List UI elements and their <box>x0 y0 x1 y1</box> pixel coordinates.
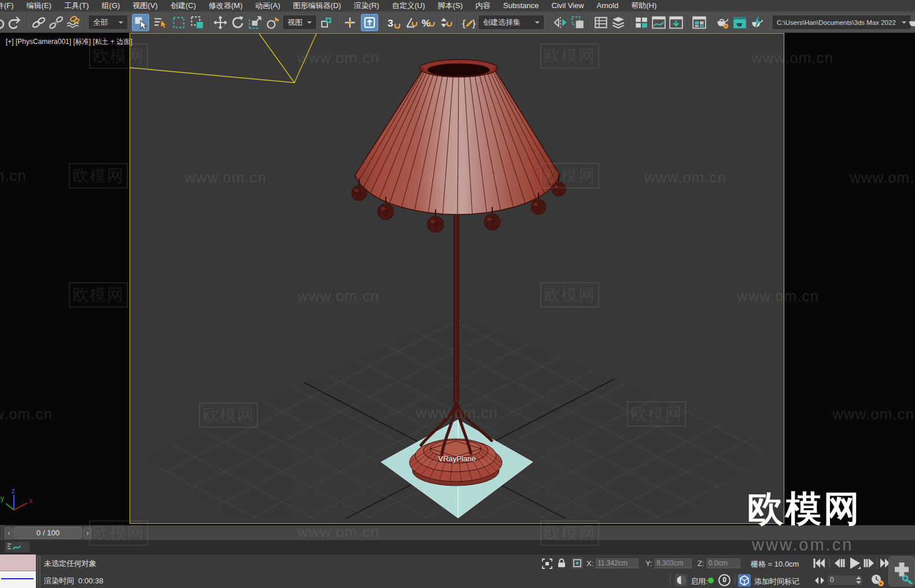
toolbar-separator <box>629 16 630 29</box>
snap-percent-icon[interactable]: % <box>421 15 436 30</box>
select-rotate-icon[interactable] <box>230 15 245 30</box>
select-link-icon[interactable] <box>31 15 46 30</box>
undo-icon[interactable] <box>0 15 6 30</box>
viewport-label[interactable]: [+] [PhysCamera001] [标准] [粘土 + 边面] <box>6 37 132 47</box>
layer-explorer-icon[interactable] <box>611 15 626 30</box>
shade-rim <box>420 60 497 77</box>
menu-edit[interactable]: 编辑(E) <box>20 0 58 12</box>
use-pivot-icon[interactable] <box>319 15 334 30</box>
snap-spinner-icon[interactable] <box>438 15 453 30</box>
menu-arnold[interactable]: Arnold <box>591 0 625 12</box>
mirror-icon[interactable] <box>553 15 568 30</box>
material-editor-icon[interactable] <box>692 15 707 30</box>
snap-3d-icon[interactable]: 3 <box>386 15 401 30</box>
select-object-button[interactable] <box>132 14 149 31</box>
listener-splitter[interactable] <box>37 556 40 587</box>
select-manipulate-icon[interactable] <box>342 15 357 30</box>
rect-region-icon[interactable] <box>171 15 186 30</box>
toolbar-separator <box>710 16 711 29</box>
site-url: www.om.cn <box>752 535 853 554</box>
ribbon-icon[interactable] <box>634 15 649 30</box>
menu-help[interactable]: 帮助(H) <box>625 0 663 12</box>
time-slider-next-button[interactable]: › <box>83 527 92 539</box>
selection-filter-dropdown[interactable]: 全部 <box>89 16 127 29</box>
play-button[interactable] <box>847 556 862 571</box>
goto-start-button[interactable] <box>812 557 826 569</box>
schematic-view-icon[interactable] <box>669 15 684 30</box>
teapot-partial-icon[interactable] <box>908 15 915 30</box>
window-crossing-icon[interactable] <box>190 15 205 30</box>
snap-angle-icon[interactable] <box>404 15 419 30</box>
select-place-icon[interactable] <box>265 15 280 30</box>
rendered-frame-icon[interactable] <box>732 15 747 30</box>
bind-spacewarp-icon[interactable] <box>66 15 81 30</box>
zero-button[interactable]: 0 <box>718 574 730 586</box>
axis-tripod: z x y <box>1 487 32 510</box>
kbd-override-button[interactable] <box>361 14 378 31</box>
redo-icon[interactable] <box>7 15 22 30</box>
svg-text:x: x <box>29 497 32 505</box>
mini-curve-editor-button[interactable] <box>5 541 30 553</box>
menu-civil-view[interactable]: Civil View <box>545 0 591 12</box>
vrayplane-label: VRayPlane <box>438 454 475 463</box>
frame-spinner-field[interactable]: 0 <box>827 575 863 586</box>
toolbar-separator <box>768 16 769 29</box>
menu-bar: 文件(F)编辑(E)工具(T)组(G)视图(V)创建(C)修改器(M)动画(A)… <box>0 0 915 12</box>
render-setup-icon[interactable] <box>715 15 730 30</box>
time-slider-prev-button[interactable]: ‹ <box>5 527 13 539</box>
menu-tools[interactable]: 工具(T) <box>58 0 95 12</box>
viewport[interactable]: z x y [+] [PhysCamera001] [标准] [粘土 + 边面]… <box>0 33 915 525</box>
menu-content[interactable]: 内容 <box>469 0 497 12</box>
grid-size-label: 栅格 = 10.0cm <box>751 559 799 569</box>
align-icon[interactable] <box>570 15 585 30</box>
status-selection: 未选定任何对象 <box>44 559 97 569</box>
nudge-arrows-icon[interactable] <box>814 576 825 585</box>
render-production-icon[interactable] <box>750 15 765 30</box>
select-move-icon[interactable] <box>213 15 228 30</box>
next-frame-button[interactable] <box>863 557 876 569</box>
toolbar-separator <box>208 16 209 29</box>
lock-selection-icon[interactable] <box>556 557 567 569</box>
select-by-name-icon[interactable] <box>153 15 168 30</box>
z-coordinate-field[interactable]: 0.0cm <box>706 557 741 568</box>
y-coordinate-field[interactable]: 8.303cm <box>654 557 693 568</box>
toolbar-separator <box>27 16 28 29</box>
project-path-dropdown[interactable]: C:\Users\Han\Documents\3ds Max 2022 <box>773 16 910 29</box>
menu-graph-editors[interactable]: 图形编辑器(D) <box>287 0 348 12</box>
menu-animation[interactable]: 动画(A) <box>249 0 286 12</box>
svg-text:}: } <box>472 17 475 29</box>
menu-rendering[interactable]: 渲染(R) <box>348 0 386 12</box>
time-slider-handle[interactable]: 0 / 100 <box>14 527 82 539</box>
menu-scripting[interactable]: 脚本(S) <box>431 0 469 12</box>
absolute-mode-toggle[interactable] <box>571 557 584 569</box>
maxscript-listener[interactable] <box>0 571 36 588</box>
select-scale-icon[interactable] <box>248 15 263 30</box>
unlink-icon[interactable] <box>49 15 64 30</box>
menu-substance[interactable]: Substance <box>497 0 545 12</box>
svg-text:z: z <box>12 487 15 495</box>
time-config-icon[interactable] <box>870 574 885 587</box>
macro-recorder[interactable] <box>0 554 36 571</box>
menu-views[interactable]: 视图(V) <box>126 0 164 12</box>
menu-file[interactable]: 文件(F) <box>0 0 20 12</box>
isolate-selection-icon[interactable] <box>541 558 553 569</box>
camera-frustum <box>130 34 316 83</box>
scene-explorer-icon[interactable] <box>593 15 608 30</box>
menu-modifiers[interactable]: 修改器(M) <box>202 0 249 12</box>
menu-customize[interactable]: 自定义(U) <box>386 0 431 12</box>
time-tag-cube-icon[interactable] <box>738 574 751 587</box>
svg-text:y: y <box>1 494 4 502</box>
named-sets-icon[interactable]: {} <box>462 15 477 30</box>
ref-coord-dropdown[interactable]: 视图 <box>283 16 316 29</box>
add-big-button[interactable] <box>888 556 915 586</box>
menu-group[interactable]: 组(G) <box>95 0 127 12</box>
toolbar-separator <box>382 16 383 29</box>
prev-frame-button[interactable] <box>833 557 846 569</box>
add-time-tag[interactable]: 添加时间标记 <box>754 576 799 587</box>
menu-create[interactable]: 创建(C) <box>164 0 202 12</box>
curve-editor-icon[interactable] <box>651 15 666 30</box>
toolbar-separator <box>84 16 86 29</box>
x-coordinate-field[interactable]: 11.342cm <box>595 557 640 568</box>
trackbar-filter-button[interactable] <box>674 574 688 587</box>
named-sel-sets-dropdown[interactable]: 创建选择集 <box>479 16 544 29</box>
